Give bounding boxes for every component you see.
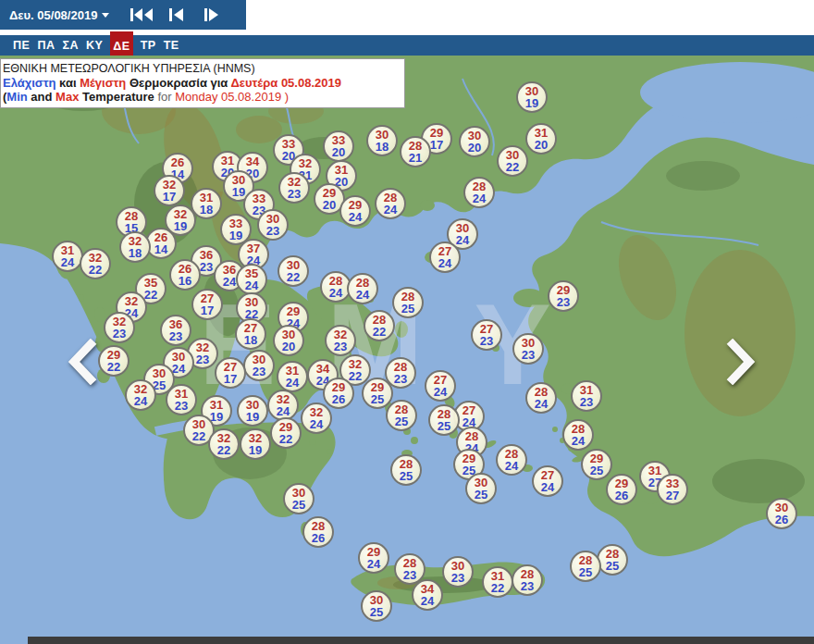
station-marker: 3023 [243, 350, 275, 381]
weekday-ΚΥ[interactable]: ΚΥ [86, 35, 103, 56]
date-selector-button[interactable]: Δευ. 05/08/2019 [9, 8, 109, 22]
station-marker: 3623 [160, 315, 191, 346]
legend-greek-line: Ελάχιστη και Μέγιστη Θερμοκρασία για Δευ… [3, 76, 400, 90]
min-temp: 16 [179, 275, 191, 287]
dropdown-caret-icon [102, 13, 109, 18]
min-temp: 23 [580, 396, 593, 408]
station-marker: 3023 [512, 333, 544, 365]
min-temp: 24 [421, 595, 434, 607]
first-day-button[interactable] [124, 5, 159, 25]
min-temp: 24 [286, 377, 299, 389]
date-tab: Δευ. 05/08/2019 [0, 0, 246, 30]
min-temp: 19 [232, 186, 245, 198]
step-back-icon [168, 7, 185, 22]
min-temp: 20 [323, 199, 336, 211]
station-marker: 3123 [571, 380, 602, 412]
map-area: ΕΜΥ ΕΘΝΙΚΗ ΜΕΤΕΩΡΟΛΟΓΙΚΗ ΥΠΗΡΕΣΙΑ (HNMS)… [0, 56, 814, 644]
station-marker: 2724 [429, 242, 461, 273]
previous-map-arrow[interactable] [63, 339, 100, 385]
min-temp: 23 [113, 328, 126, 340]
station-marker: 2823 [512, 564, 543, 596]
min-temp: 22 [373, 326, 386, 338]
station-marker: 3124 [277, 361, 308, 392]
legend-text-part: Temperature [79, 90, 154, 104]
min-temp: 24 [434, 386, 447, 398]
min-temp: 22 [217, 444, 230, 456]
min-temp: 25 [395, 415, 408, 427]
min-temp: 26 [775, 514, 788, 526]
station-marker: 2825 [597, 544, 628, 576]
min-temp: 24 [535, 398, 548, 410]
min-temp: 18 [129, 247, 142, 259]
station-marker: 2824 [347, 273, 378, 304]
min-temp: 23 [253, 365, 265, 378]
min-temp: 20 [468, 142, 481, 154]
min-temp: 23 [266, 225, 279, 237]
station-marker: 2824 [496, 444, 527, 476]
station-marker: 3023 [442, 556, 474, 588]
station-marker: 2924 [339, 195, 371, 227]
station-marker: 2724 [425, 370, 456, 402]
legend-text-part: for [154, 90, 175, 104]
weekday-ΤΡ[interactable]: ΤΡ [141, 35, 156, 56]
bottom-bar [28, 637, 814, 644]
station-marker: 3524 [236, 264, 267, 295]
weekday-ΠΑ[interactable]: ΠΑ [37, 35, 55, 56]
next-day-button[interactable] [194, 5, 229, 25]
step-forward-icon [204, 7, 220, 22]
min-temp: 25 [590, 464, 603, 477]
min-temp: 27 [666, 489, 679, 502]
weekday-ΣΑ[interactable]: ΣΑ [62, 35, 79, 56]
min-temp: 24 [134, 395, 147, 407]
min-temp: 23 [196, 353, 209, 365]
station-marker: 3223 [325, 325, 356, 356]
min-temp: 23 [480, 335, 493, 347]
station-marker: 3224 [125, 379, 156, 411]
station-marker: 2723 [471, 319, 502, 351]
min-temp: 23 [169, 330, 182, 342]
hnms-temperature-page: Δευ. 05/08/2019 [0, 0, 814, 644]
legend-text-part: Δευτέρα 05.08.2019 [230, 76, 340, 90]
legend-text-part: και [56, 76, 80, 90]
station-marker: 2825 [392, 287, 424, 318]
station-marker: 2822 [364, 310, 395, 341]
min-temp: 25 [371, 393, 384, 405]
min-temp: 22 [279, 433, 292, 445]
min-temp: 23 [451, 572, 464, 584]
legend-text-part: and [28, 90, 56, 104]
min-temp: 20 [535, 139, 548, 151]
station-marker: 2825 [570, 551, 601, 582]
min-temp: 25 [579, 566, 592, 578]
min-temp: 23 [288, 188, 301, 200]
station-marker: 3122 [482, 566, 513, 598]
min-temp: 17 [163, 191, 176, 203]
previous-day-button[interactable] [159, 5, 194, 25]
station-marker: 2926 [323, 378, 354, 409]
min-temp: 24 [356, 289, 369, 301]
legend-box: ΕΘΝΙΚΗ ΜΕΤΕΩΡΟΛΟΓΙΚΗ ΥΠΗΡΕΣΙΑ (HNMS) Ελά… [0, 58, 405, 108]
min-temp: 25 [606, 560, 619, 572]
station-marker: 3025 [283, 483, 314, 514]
min-temp: 19 [249, 444, 262, 456]
min-temp: 24 [367, 558, 380, 570]
chevron-left-icon [63, 339, 100, 385]
min-temp: 19 [174, 220, 187, 232]
legend-english-line: (Min and Max Temperature for Monday 05.0… [3, 90, 400, 104]
min-temp: 19 [525, 97, 538, 109]
next-map-arrow[interactable] [723, 339, 760, 385]
min-temp: 25 [292, 499, 305, 511]
min-temp: 22 [107, 361, 120, 373]
min-temp: 23 [334, 341, 347, 353]
min-temp: 24 [349, 211, 362, 223]
station-marker: 3224 [267, 390, 299, 421]
station-marker: 2824 [463, 177, 495, 208]
weekday-ΤΕ[interactable]: ΤΕ [164, 35, 179, 56]
min-temp: 23 [557, 296, 570, 308]
min-temp: 23 [522, 349, 535, 361]
min-temp: 24 [473, 192, 486, 204]
weekday-ΠΕ[interactable]: ΠΕ [13, 35, 30, 56]
station-marker: 2923 [548, 280, 579, 312]
station-marker: 3018 [366, 125, 398, 156]
station-marker: 2825 [428, 404, 460, 436]
station-marker: 2925 [362, 378, 393, 409]
